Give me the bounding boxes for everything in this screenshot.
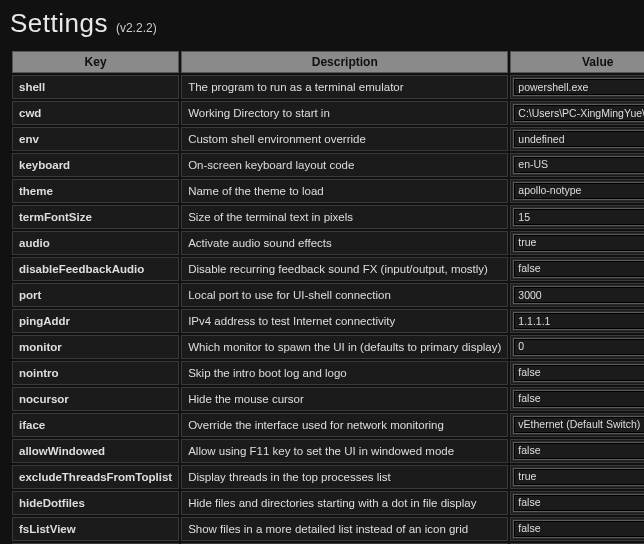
setting-key: termFontSize xyxy=(12,205,179,229)
setting-key: keyboard xyxy=(12,153,179,177)
setting-value-cell: true xyxy=(510,465,644,489)
setting-key: monitor xyxy=(12,335,179,359)
setting-key: disableFeedbackAudio xyxy=(12,257,179,281)
setting-key: fsListView xyxy=(12,517,179,541)
setting-select-theme[interactable]: apollo-notype xyxy=(513,182,644,200)
setting-description: IPv4 address to test Internet connectivi… xyxy=(181,309,508,333)
setting-key: cwd xyxy=(12,101,179,125)
col-description: Description xyxy=(181,51,508,73)
setting-key: audio xyxy=(12,231,179,255)
setting-key: allowWindowed xyxy=(12,439,179,463)
setting-value-cell: false xyxy=(510,491,644,515)
version-label: (v2.2.2) xyxy=(116,21,157,35)
table-row: pingAddrIPv4 address to test Internet co… xyxy=(12,309,644,333)
table-row: hideDotfilesHide files and directories s… xyxy=(12,491,644,515)
setting-value-cell: 0 xyxy=(510,335,644,359)
setting-value-cell: en-US xyxy=(510,153,644,177)
setting-select-nointro[interactable]: false xyxy=(513,364,644,382)
setting-select-disableFeedbackAudio[interactable]: false xyxy=(513,260,644,278)
setting-key: excludeThreadsFromToplist xyxy=(12,465,179,489)
table-row: themeName of the theme to loadapollo-not… xyxy=(12,179,644,203)
setting-key: theme xyxy=(12,179,179,203)
setting-select-keyboard[interactable]: en-US xyxy=(513,156,644,174)
setting-description: Local port to use for UI-shell connectio… xyxy=(181,283,508,307)
table-row: allowWindowedAllow using F11 key to set … xyxy=(12,439,644,463)
table-row: portLocal port to use for UI-shell conne… xyxy=(12,283,644,307)
setting-description: Working Directory to start in xyxy=(181,101,508,125)
setting-value-cell: true xyxy=(510,231,644,255)
setting-description: Activate audio sound effects xyxy=(181,231,508,255)
setting-select-allowWindowed[interactable]: false xyxy=(513,442,644,460)
table-row: nocursorHide the mouse cursorfalse xyxy=(12,387,644,411)
setting-description: Hide files and directories starting with… xyxy=(181,491,508,515)
setting-input-port[interactable]: 3000 xyxy=(513,286,644,304)
col-key: Key xyxy=(12,51,179,73)
setting-value-cell: vEthernet (Default Switch) xyxy=(510,413,644,437)
setting-select-audio[interactable]: true xyxy=(513,234,644,252)
setting-select-nocursor[interactable]: false xyxy=(513,390,644,408)
table-row: cwdWorking Directory to start inC:\Users… xyxy=(12,101,644,125)
setting-value-cell: C:\Users\PC-XingMingYue\AppDa xyxy=(510,101,644,125)
setting-description: Custom shell environment override xyxy=(181,127,508,151)
setting-select-excludeThreadsFromToplist[interactable]: true xyxy=(513,468,644,486)
setting-key: iface xyxy=(12,413,179,437)
setting-description: On-screen keyboard layout code xyxy=(181,153,508,177)
setting-key: nointro xyxy=(12,361,179,385)
setting-description: Override the interface used for network … xyxy=(181,413,508,437)
setting-description: The program to run as a terminal emulato… xyxy=(181,75,508,99)
table-row: fsListViewShow files in a more detailed … xyxy=(12,517,644,541)
setting-description: Show files in a more detailed list inste… xyxy=(181,517,508,541)
setting-input-shell[interactable]: powershell.exe xyxy=(513,78,644,96)
setting-description: Skip the intro boot log and logo xyxy=(181,361,508,385)
table-row: termFontSizeSize of the terminal text in… xyxy=(12,205,644,229)
setting-value-cell: 1.1.1.1 xyxy=(510,309,644,333)
setting-key: port xyxy=(12,283,179,307)
setting-description: Allow using F11 key to set the UI in win… xyxy=(181,439,508,463)
setting-value-cell: false xyxy=(510,387,644,411)
setting-input-termFontSize[interactable]: 15 xyxy=(513,208,644,226)
setting-select-hideDotfiles[interactable]: false xyxy=(513,494,644,512)
setting-input-cwd[interactable]: C:\Users\PC-XingMingYue\AppDa xyxy=(513,104,644,122)
setting-value-cell: undefined xyxy=(510,127,644,151)
setting-value-cell: powershell.exe xyxy=(510,75,644,99)
setting-value-cell: apollo-notype xyxy=(510,179,644,203)
table-row: envCustom shell environment overrideunde… xyxy=(12,127,644,151)
setting-key: env xyxy=(12,127,179,151)
setting-description: Disable recurring feedback sound FX (inp… xyxy=(181,257,508,281)
col-value: Value xyxy=(510,51,644,73)
setting-value-cell: false xyxy=(510,439,644,463)
setting-key: pingAddr xyxy=(12,309,179,333)
settings-table: Key Description Value shellThe program t… xyxy=(10,49,644,544)
setting-value-cell: 3000 xyxy=(510,283,644,307)
setting-input-pingAddr[interactable]: 1.1.1.1 xyxy=(513,312,644,330)
setting-description: Size of the terminal text in pixels xyxy=(181,205,508,229)
table-row: keyboardOn-screen keyboard layout codeen… xyxy=(12,153,644,177)
setting-description: Display threads in the top processes lis… xyxy=(181,465,508,489)
table-row: nointroSkip the intro boot log and logof… xyxy=(12,361,644,385)
setting-description: Which monitor to spawn the UI in (defaul… xyxy=(181,335,508,359)
setting-description: Name of the theme to load xyxy=(181,179,508,203)
table-row: excludeThreadsFromToplistDisplay threads… xyxy=(12,465,644,489)
setting-input-env[interactable]: undefined xyxy=(513,130,644,148)
setting-value-cell: 15 xyxy=(510,205,644,229)
table-row: disableFeedbackAudioDisable recurring fe… xyxy=(12,257,644,281)
setting-select-fsListView[interactable]: false xyxy=(513,520,644,538)
page-title: Settings xyxy=(10,8,108,39)
table-row: shellThe program to run as a terminal em… xyxy=(12,75,644,99)
setting-value-cell: false xyxy=(510,361,644,385)
table-row: ifaceOverride the interface used for net… xyxy=(12,413,644,437)
setting-key: nocursor xyxy=(12,387,179,411)
setting-value-cell: false xyxy=(510,257,644,281)
setting-value-cell: false xyxy=(510,517,644,541)
setting-select-monitor[interactable]: 0 xyxy=(513,338,644,356)
table-row: audioActivate audio sound effectstrue xyxy=(12,231,644,255)
header: Settings (v2.2.2) xyxy=(10,8,634,39)
table-row: monitorWhich monitor to spawn the UI in … xyxy=(12,335,644,359)
setting-key: shell xyxy=(12,75,179,99)
table-header-row: Key Description Value xyxy=(12,51,644,73)
setting-select-iface[interactable]: vEthernet (Default Switch) xyxy=(513,416,644,434)
setting-description: Hide the mouse cursor xyxy=(181,387,508,411)
setting-key: hideDotfiles xyxy=(12,491,179,515)
